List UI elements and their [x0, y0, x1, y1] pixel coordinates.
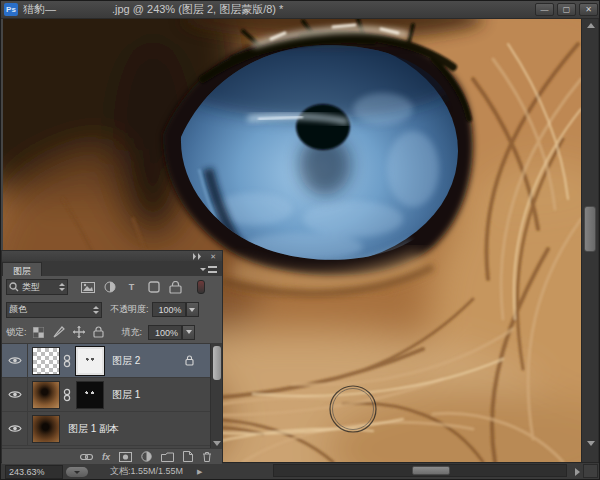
lock-buttons — [32, 325, 106, 339]
blend-mode-dropdown[interactable]: 颜色 — [6, 302, 102, 318]
filter-adjustment-layers-icon[interactable] — [102, 280, 117, 294]
blend-mode-spinner — [89, 306, 99, 314]
visibility-toggle[interactable] — [2, 378, 28, 411]
adjustment-layer-icon[interactable] — [141, 451, 152, 462]
filter-smart-objects-icon[interactable] — [168, 280, 183, 294]
fill-value[interactable]: 100% — [148, 325, 182, 340]
window-controls: — ▢ ✕ — [535, 3, 598, 16]
filter-icons: T — [80, 280, 183, 294]
opacity-value[interactable]: 100% — [152, 302, 186, 317]
filter-type-spinner — [55, 283, 65, 291]
layer-mask-thumbnail[interactable] — [76, 381, 104, 409]
panel-menu-lines — [208, 266, 217, 273]
layer-name[interactable]: 图层 2 — [112, 354, 140, 368]
layers-list-scrollbar[interactable] — [210, 344, 222, 448]
fill-dropdown-button[interactable] — [182, 325, 195, 340]
eye-icon — [8, 390, 22, 399]
zoom-level-input[interactable]: 243.63% — [5, 465, 63, 479]
filter-type-label: 类型 — [22, 281, 40, 294]
close-button[interactable]: ✕ — [579, 3, 598, 16]
lock-transparency-icon[interactable] — [32, 325, 46, 339]
delete-layer-trash-icon[interactable] — [202, 451, 212, 462]
layers-list-scroll-down-arrow[interactable] — [213, 441, 221, 446]
filter-type-layers-icon[interactable]: T — [124, 280, 139, 294]
layer-thumbnail[interactable] — [32, 381, 60, 409]
layer-row-2[interactable]: 图层 2 — [2, 344, 222, 378]
minimize-button[interactable]: — — [535, 3, 554, 16]
filter-pixel-layers-icon[interactable] — [80, 280, 95, 294]
collapse-panel-icon[interactable] — [192, 253, 202, 260]
document-title-suffix: .jpg @ 243% (图层 2, 图层蒙版/8) * — [112, 2, 283, 17]
new-layer-icon[interactable] — [183, 451, 193, 462]
layer-style-fx-icon[interactable]: fx — [102, 452, 110, 462]
layer-row-1-copy[interactable]: 图层 1 副本 — [2, 412, 222, 446]
filter-type-dropdown[interactable]: 类型 — [6, 279, 68, 295]
layers-list-scrollbar-thumb[interactable] — [213, 346, 221, 380]
maximize-button[interactable]: ▢ — [557, 3, 576, 16]
link-layers-icon[interactable] — [80, 453, 93, 461]
lock-label: 锁定: — [6, 326, 27, 339]
layer-row-1[interactable]: 图层 1 — [2, 378, 222, 412]
close-panel-icon[interactable]: ✕ — [210, 253, 216, 260]
zoom-dropdown-button[interactable] — [66, 467, 88, 477]
layer-thumbnail[interactable] — [32, 347, 60, 375]
blend-mode-value: 颜色 — [9, 303, 27, 316]
scroll-right-arrow[interactable] — [575, 468, 580, 476]
layer-mask-thumbnail[interactable] — [76, 347, 104, 375]
layer-name[interactable]: 图层 1 — [112, 388, 140, 402]
document-title-prefix: 猎豹— — [23, 2, 56, 17]
new-group-folder-icon[interactable] — [161, 452, 174, 462]
opacity-dropdown-button[interactable] — [186, 302, 199, 317]
document-size-info: 文档:1.55M/1.55M — [110, 465, 183, 478]
photoshop-app-icon[interactable]: Ps — [4, 3, 18, 16]
fill-label: 填充: — [122, 326, 143, 339]
mask-link-icon[interactable] — [63, 388, 71, 402]
layer-filter-row: 类型 T — [2, 276, 222, 298]
lock-pixels-brush-icon[interactable] — [52, 325, 66, 339]
panel-menu-caret — [200, 268, 206, 271]
opacity-label: 不透明度: — [110, 303, 149, 316]
mask-link-icon[interactable] — [63, 354, 71, 368]
layer-filter-toggle[interactable] — [197, 280, 205, 294]
panel-bottom-bar: fx — [2, 448, 222, 464]
title-bar: Ps 猎豹— .jpg @ 243% (图层 2, 图层蒙版/8) * — ▢ … — [1, 1, 600, 19]
layers-list: 图层 2 图层 1 图层 1 副本 — [2, 343, 222, 448]
search-icon — [9, 282, 19, 292]
resize-corner[interactable] — [583, 464, 598, 478]
lock-row: 锁定: 填充: 100% — [2, 321, 222, 343]
add-layer-mask-icon[interactable] — [119, 452, 132, 462]
layer-lock-badge-icon — [185, 355, 194, 366]
eye-icon — [8, 356, 22, 365]
vertical-scrollbar[interactable] — [581, 19, 598, 462]
scroll-down-arrow[interactable] — [587, 441, 595, 446]
filter-shape-layers-icon[interactable] — [146, 280, 161, 294]
eye-icon — [8, 424, 22, 433]
photoshop-window: Ps 猎豹— .jpg @ 243% (图层 2, 图层蒙版/8) * — ▢ … — [0, 0, 600, 480]
panel-tab-row: 图层 — [2, 261, 222, 276]
lock-all-icon[interactable] — [92, 325, 106, 339]
visibility-toggle[interactable] — [2, 412, 28, 445]
lock-position-icon[interactable] — [72, 325, 86, 339]
layer-name[interactable]: 图层 1 副本 — [68, 422, 119, 436]
layers-panel: ✕ 图层 类型 — [1, 250, 223, 462]
scroll-up-arrow[interactable] — [587, 23, 595, 28]
panel-menu-icon[interactable] — [200, 266, 217, 273]
layers-tab[interactable]: 图层 — [2, 262, 42, 276]
horizontal-scrollbar-thumb[interactable] — [412, 466, 450, 475]
vertical-scrollbar-thumb[interactable] — [584, 206, 596, 252]
layer-thumbnail[interactable] — [32, 415, 60, 443]
blend-mode-row: 颜色 不透明度: 100% — [2, 298, 222, 321]
visibility-toggle[interactable] — [2, 344, 28, 377]
horizontal-scrollbar[interactable] — [273, 464, 567, 477]
panel-drag-bar[interactable]: ✕ — [2, 251, 222, 261]
status-flyout-button[interactable]: ▶ — [197, 468, 202, 476]
